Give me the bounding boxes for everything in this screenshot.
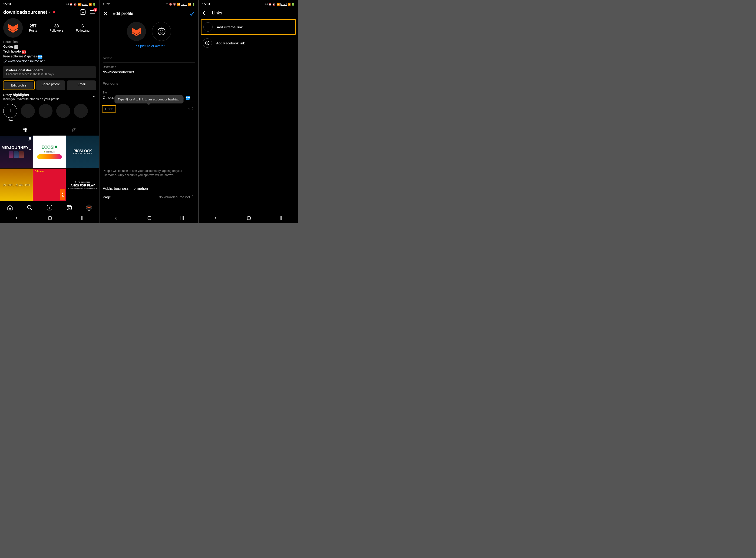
check-icon <box>189 10 195 17</box>
username-dropdown[interactable]: downloadsourcenet <box>3 9 47 15</box>
home-icon <box>7 205 13 211</box>
profile-picture[interactable] <box>127 22 146 41</box>
pronouns-field[interactable]: Pronouns <box>100 78 199 88</box>
page-title: Edit profile <box>112 11 189 16</box>
story-highlights-title: Story highlights <box>3 93 59 97</box>
highlight-placeholder <box>56 104 71 122</box>
recents-button[interactable] <box>81 216 84 220</box>
story-highlights-section: Story highlights Keep your favorite stor… <box>0 90 99 102</box>
back-button[interactable] <box>15 216 19 220</box>
home-nav[interactable] <box>7 205 13 211</box>
screen-edit-profile: 15:31 🖸 ⏰ 🔇 📶VoLTE📶 🔋 Edit profile Edit … <box>100 0 199 223</box>
add-external-link[interactable]: Add external link <box>201 19 296 35</box>
add-facebook-link[interactable]: Add Facebook link <box>199 35 298 51</box>
sos-icon: SOS <box>22 50 26 54</box>
highlight-placeholder <box>38 104 53 122</box>
page-title: Links <box>212 10 222 16</box>
profile-stats-row: 257Posts 33Followers 6Following <box>0 17 99 40</box>
notification-dot <box>53 11 55 13</box>
profile-tabs <box>0 125 99 135</box>
tagged-icon <box>72 128 77 133</box>
edit-picture-link[interactable]: Edit picture or avatar <box>100 43 199 51</box>
post-thumbnail[interactable]: MIDJOURNEYAI <box>0 135 33 168</box>
home-button[interactable] <box>48 216 52 220</box>
screen-links: 15:31 🖸 ⏰ 🔇 📶VoLTE📶 🔋 Links Add external… <box>199 0 298 223</box>
avatar-option[interactable] <box>152 22 171 41</box>
page-row[interactable]: Page downloadsource.net〉 <box>100 192 199 202</box>
avatar[interactable] <box>3 18 23 38</box>
highlight-links: Links <box>102 105 116 112</box>
system-nav <box>100 213 199 223</box>
post-thumbnail[interactable]: ECOSIA🌳 151,559,386 <box>33 135 66 168</box>
category-label: Education <box>3 40 96 44</box>
status-bar: 15:31 🖸 ⏰ 🔇 📶VoLTE📶 🔋 <box>100 0 199 7</box>
highlight-new[interactable]: +New <box>3 104 18 122</box>
search-icon <box>27 205 33 211</box>
svg-rect-2 <box>29 137 31 140</box>
story-highlights-sub: Keep your favorite stories on your profi… <box>3 97 59 101</box>
status-bar: 15:31 🖸 ⏰ 🔇 📶VoLTE📶 🔋 <box>199 0 298 7</box>
status-bar: 15:31 🖸 ⏰ 🔇 📶VoLTE📶 🔋 <box>0 0 99 7</box>
posts-grid: MIDJOURNEYAI ECOSIA🌳 151,559,386 BIOSHOC… <box>0 135 99 201</box>
chevron-right-icon: 〉 <box>192 107 195 111</box>
professional-dashboard[interactable]: Professional dashboard 1 account reached… <box>3 66 96 78</box>
username-field[interactable]: Username downloadsourcenet <box>100 64 199 77</box>
bio-line: Guides 📰 <box>3 44 96 49</box>
status-time: 15:31 <box>3 2 11 6</box>
status-icons: 🖸 ⏰ 🔇 📶VoLTE📶 🔋 <box>66 3 96 6</box>
svg-rect-0 <box>73 129 76 132</box>
post-thumbnail[interactable]: BORDERLANDS3 <box>0 169 33 201</box>
link-icon <box>3 59 7 63</box>
recents-button[interactable] <box>280 216 283 220</box>
back-button[interactable] <box>202 10 208 16</box>
edit-profile-button[interactable]: Edit profile <box>4 82 33 89</box>
reels-nav[interactable] <box>66 205 72 211</box>
screen-profile: 15:31 🖸 ⏰ 🔇 📶VoLTE📶 🔋 downloadsourcenet … <box>0 0 99 223</box>
name-field[interactable]: Name <box>100 52 199 63</box>
close-button[interactable] <box>103 11 110 16</box>
post-thumbnail[interactable]: BIOSHOCKTHE COLLECTION <box>66 135 99 168</box>
bio-line: Tech how-to SOS <box>3 49 96 54</box>
accounts-note: People will be able to see your accounts… <box>100 169 199 177</box>
back-button[interactable] <box>114 216 118 220</box>
profile-nav[interactable] <box>86 205 92 211</box>
home-button[interactable] <box>247 216 251 220</box>
free-icon: FREE <box>38 55 42 59</box>
back-button[interactable] <box>214 216 218 220</box>
status-icons: 🖸 ⏰ 🔇 📶VoLTE📶 🔋 <box>166 3 195 6</box>
dashboard-title: Professional dashboard <box>6 68 94 72</box>
status-time: 15:31 <box>202 2 210 6</box>
following-stat[interactable]: 6Following <box>76 24 89 32</box>
menu-button[interactable]: 1 <box>89 9 96 15</box>
dashboard-subtitle: 1 account reached in the last 30 days. <box>6 73 94 76</box>
plus-box-icon: ＋ <box>80 9 85 15</box>
post-thumbnail[interactable]: Pokémonand <box>33 169 66 201</box>
close-icon <box>103 11 108 16</box>
plus-box-icon: ＋ <box>47 205 52 210</box>
create-button[interactable]: ＋ <box>79 9 86 15</box>
action-buttons: Edit profile Share profile Email <box>0 80 99 90</box>
home-button[interactable] <box>148 216 151 220</box>
tagged-tab[interactable] <box>50 125 99 135</box>
share-profile-button[interactable]: Share profile <box>36 80 66 90</box>
bio-tooltip: Type @ or # to link to an account or has… <box>114 95 184 103</box>
search-nav[interactable] <box>27 205 33 211</box>
free-icon: FREE <box>186 96 190 100</box>
confirm-button[interactable] <box>189 10 195 17</box>
bio-line: Free software & games FREE <box>3 54 96 59</box>
edit-profile-header: Edit profile <box>100 7 199 20</box>
followers-stat[interactable]: 33Followers <box>50 24 63 32</box>
bio-link[interactable]: www.downloadsource.net/ <box>3 59 96 64</box>
svg-point-1 <box>74 129 75 131</box>
create-nav[interactable]: ＋ <box>47 205 53 211</box>
posts-stat[interactable]: 257Posts <box>29 24 37 32</box>
system-nav <box>199 213 298 223</box>
recents-button[interactable] <box>181 216 184 220</box>
bio-section: Education Guides 📰 Tech how-to SOS Free … <box>0 40 99 64</box>
chevron-right-icon: 〉 <box>192 195 195 199</box>
chevron-up-icon[interactable] <box>92 95 96 99</box>
grid-tab[interactable] <box>0 125 50 135</box>
status-time: 15:31 <box>103 2 111 6</box>
email-button[interactable]: Email <box>67 80 96 90</box>
post-thumbnail[interactable]: PC GAME PASSANKS FOR PLAYet your 3-month… <box>66 169 99 201</box>
